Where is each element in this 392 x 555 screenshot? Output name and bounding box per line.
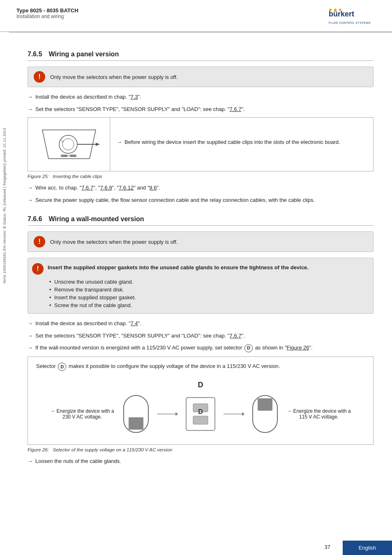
burkert-logo-svg: bürkert FLUID CONTROL SYSTEMS [326, 7, 376, 27]
arrow-sym-3: → [28, 184, 33, 192]
figure-25-text: → Before wiring the device insert the su… [110, 118, 373, 171]
warning-icon-766: ! [34, 236, 45, 247]
section-765-title: Wiring a panel version [49, 51, 119, 58]
link-7-4[interactable]: 7.4 [131, 320, 138, 326]
svg-point-2 [334, 9, 337, 11]
link-7-6-9[interactable]: 7.6.9 [100, 185, 112, 191]
svg-rect-21 [193, 416, 208, 424]
step-text-766-4: Loosen the nuts of the cable glands. [35, 457, 121, 465]
svg-marker-24 [242, 412, 244, 416]
bullet-3: Insert the supplied stopper gasket. [48, 294, 367, 301]
section-230v: → Energize the device with a 230 V AC vo… [49, 408, 115, 420]
arrow-sym-766-3: → [28, 344, 33, 352]
selector-box-766: Selector D makes it possible to configur… [28, 356, 374, 445]
link-7-6-7-c[interactable]: 7.6.7 [230, 333, 242, 339]
notice-bullet-list: Unscrew the unused cable gland. Remove t… [48, 278, 367, 309]
notice-box-766: ! Insert the supplied stopper gaskets in… [28, 258, 374, 314]
warning-box-765: ! Only move the selectors when the power… [28, 67, 374, 87]
label-115v: → Energize the device with a 115 V AC vo… [286, 408, 352, 420]
notice-bullets-766: Unscrew the unused cable gland. Remove t… [48, 278, 367, 309]
center-d-svg: D [184, 393, 217, 435]
doc-subtitle: Installation and wiring [16, 14, 78, 19]
step-text-766-2: Set the selectors "SENSOR TYPE", "SENSOR… [35, 332, 245, 340]
step-765-3: → Wire acc. to chap. "7.6.7", "7.6.9", "… [28, 184, 374, 192]
svg-rect-26 [258, 398, 272, 411]
step-text-765-4: Secure the power supply cable, the flow … [35, 196, 315, 204]
main-content: 7.6.5 Wiring a panel version ! Only move… [9, 32, 392, 477]
side-margin: MAN 1000199281 EN Version: B Status: RL … [0, 82, 9, 329]
svg-text:bürkert: bürkert [329, 10, 354, 18]
svg-rect-16 [129, 417, 143, 430]
svg-rect-13 [70, 155, 76, 157]
step-text-765-2: Set the selectors "SENSOR TYPE", "SENSOR… [35, 105, 245, 113]
figure-25-box: → Before wiring the device insert the su… [28, 117, 374, 171]
right-arrows [224, 393, 244, 435]
step-text-765-3: Wire acc. to chap. "7.6.7", "7.6.9", "7.… [35, 184, 160, 192]
bullet-1: Unscrew the unused cable gland. [48, 278, 367, 286]
arrow-sym-1: → [28, 93, 33, 101]
section-766-title: Wiring a wall-mounted version [49, 215, 144, 223]
step-766-4: → Loosen the nuts of the cable glands. [28, 457, 374, 465]
arrow-sym-766-1: → [28, 319, 33, 328]
svg-point-7 [62, 139, 74, 150]
svg-point-6 [59, 135, 77, 153]
figure-25-caption: Figure 25: Inserting the cable clips [28, 174, 374, 179]
switch-left-svg [122, 393, 150, 435]
header-title-block: Type 8025 - 8035 BATCH Installation and … [16, 7, 78, 19]
svg-point-1 [329, 9, 332, 11]
notice-icon-766: ! [32, 263, 44, 275]
figure-25-image [28, 118, 110, 171]
section-766-heading: 7.6.6 Wiring a wall-mounted version [28, 215, 374, 226]
link-figure-26[interactable]: Figure 26 [287, 345, 309, 351]
link-7-6-7-b[interactable]: 7.6.7 [81, 185, 93, 191]
arrow-sym-4: → [28, 196, 33, 204]
center-arrows [157, 393, 178, 435]
doc-title: Type 8025 - 8035 BATCH [16, 7, 78, 14]
figure-26-caption: Figure 26: Selector of the supply voltag… [28, 447, 374, 452]
step-text-766-1: Install the device as described in chap.… [35, 319, 141, 328]
section-115v: → Energize the device with a 115 V AC vo… [286, 408, 352, 420]
bullet-2: Remove the transparent disk. [48, 286, 367, 294]
center-lines-svg [157, 393, 178, 435]
section-765-heading: 7.6.5 Wiring a panel version [28, 51, 374, 61]
warning-icon-765: ! [34, 71, 45, 83]
step-text-765-1: Install the device as described in chap.… [35, 93, 141, 101]
warning-text-765: Only move the selectors when the power s… [50, 74, 178, 80]
footer-language: English [343, 541, 392, 555]
step-765-4: → Secure the power supply cable, the flo… [28, 196, 374, 204]
step-766-2: → Set the selectors "SENSOR TYPE", "SENS… [28, 332, 374, 340]
arrow-sym-766-4: → [28, 457, 33, 465]
figure-25-note: → Before wiring the device insert the su… [117, 138, 367, 146]
page-footer: 37 English [0, 541, 392, 555]
cable-clips-illustration [36, 122, 102, 167]
warning-box-766: ! Only move the selectors when the power… [28, 231, 374, 252]
d-label: D [36, 381, 365, 389]
selector-diagram-container: D → Energize the device with a 230 V AC … [36, 377, 365, 439]
step-text-766-3: If the wall-mounted version is energized… [35, 344, 313, 352]
link-9-6[interactable]: 9.6 [149, 185, 157, 191]
oval-left [122, 393, 150, 435]
selector-d-desc: D [58, 363, 66, 371]
step-text-fig25: Before wiring the device insert the supp… [125, 138, 340, 146]
selector-desc-766: Selector D makes it possible to configur… [36, 363, 365, 371]
notice-header-766: ! Insert the supplied stopper gaskets in… [32, 262, 367, 275]
svg-marker-18 [175, 412, 178, 416]
arrow-sym-fig25: → [117, 138, 122, 146]
diagram-row: → Energize the device with a 230 V AC vo… [36, 393, 365, 435]
link-7-6-12[interactable]: 7.6.12 [119, 185, 134, 191]
step-766-1: → Install the device as described in cha… [28, 319, 374, 328]
side-margin-text: MAN 1000199281 EN Version: B Status: RL … [2, 128, 7, 283]
step-766-3: → If the wall-mounted version is energiz… [28, 344, 374, 352]
center-d-indicator: D [184, 393, 217, 435]
warning-text-766: Only move the selectors when the power s… [50, 239, 178, 245]
page-header: Type 8025 - 8035 BATCH Installation and … [0, 0, 392, 32]
bullet-4: Screw the nut of the cable gland. [48, 301, 367, 309]
link-7-6-7-a[interactable]: 7.6.7 [230, 106, 242, 112]
page-number: 37 [312, 541, 343, 555]
step-765-2: → Set the selectors "SENSOR TYPE", "SENS… [28, 105, 374, 113]
right-lines-svg [224, 393, 244, 435]
brand-logo: bürkert FLUID CONTROL SYSTEMS [326, 7, 376, 27]
step-765-1: → Install the device as described in cha… [28, 93, 374, 101]
oval-right [251, 393, 279, 435]
link-7-3[interactable]: 7.3 [131, 94, 138, 100]
